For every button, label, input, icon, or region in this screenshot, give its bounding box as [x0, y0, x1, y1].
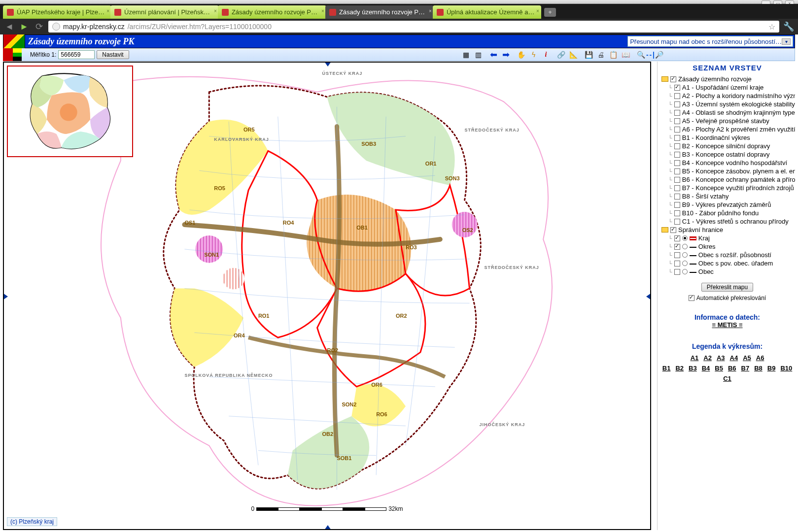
admin-checkbox[interactable]	[674, 269, 680, 275]
admin-layer-item[interactable]: └ Kraj	[668, 234, 793, 242]
tool-window2-icon[interactable]: ▥	[474, 50, 483, 59]
layer-checkbox[interactable]	[674, 135, 680, 141]
layer-item[interactable]: └B3 - Koncepce ostatní dopravy	[668, 150, 793, 159]
info-icon[interactable]: i	[542, 50, 550, 59]
layer-checkbox[interactable]	[674, 110, 680, 116]
layer-item[interactable]: └A6 - Plochy A2 k prověření změn využití	[668, 125, 793, 133]
layer-item[interactable]: └B6 - Koncepce ochrany památek a přírody	[668, 175, 793, 184]
layer-item[interactable]: └B5 - Koncepce zásobov. plynem a el. ene…	[668, 167, 793, 175]
legend-link[interactable]: B10	[780, 365, 792, 372]
admin-checkbox[interactable]	[674, 252, 680, 258]
layer-checkbox[interactable]	[674, 219, 680, 225]
legend-link[interactable]: A2	[703, 354, 712, 362]
layer-checkbox[interactable]	[674, 168, 680, 174]
admin-checkbox[interactable]	[674, 244, 680, 250]
legend-link[interactable]: B5	[715, 365, 723, 372]
layer-item[interactable]: └B10 - Zábor půdního fondu	[668, 209, 793, 217]
layer-checkbox[interactable]	[674, 160, 680, 166]
auto-redraw-checkbox[interactable]	[689, 295, 694, 301]
admin-layer-item[interactable]: └ Obec	[668, 267, 793, 276]
layer-item[interactable]: └B1 - Koordinační výkres	[668, 133, 793, 142]
legend-link[interactable]: B3	[689, 365, 697, 372]
measure-icon[interactable]: 📐	[569, 50, 578, 59]
browser-tab[interactable]: Úplná aktualizace Územně a…×	[433, 5, 541, 19]
layer-checkbox[interactable]	[674, 85, 680, 91]
legend-link[interactable]: A4	[730, 354, 738, 362]
admin-radio[interactable]	[682, 235, 688, 241]
layer-item[interactable]: └C1 - Výkres střetů s ochranou přírody	[668, 217, 793, 226]
address-bar[interactable]: mapy.kr-plzensky.cz/arcims/ZUR/viewer.ht…	[48, 21, 779, 33]
browser-menu-icon[interactable]: 🔧	[783, 21, 794, 32]
legend-link[interactable]: A3	[717, 354, 725, 362]
layer-item[interactable]: └B7 - Koncepce využití přírodních zdrojů	[668, 184, 793, 192]
layer-checkbox[interactable]	[674, 194, 680, 200]
browser-tab[interactable]: Zásady územního rozvoje P…×	[325, 5, 434, 19]
layer-checkbox[interactable]	[674, 210, 680, 216]
layer-group-zur[interactable]: Zásady územního rozvoje	[661, 75, 793, 83]
layer-checkbox[interactable]	[674, 177, 680, 183]
close-tab-icon[interactable]: ×	[429, 8, 432, 14]
layer-checkbox[interactable]	[674, 152, 680, 158]
print-icon[interactable]: 🖨	[597, 50, 605, 59]
new-tab-button[interactable]: +	[544, 8, 556, 17]
pan-hand-icon[interactable]: ✋	[517, 50, 525, 59]
scale-set-button[interactable]: Nastavit	[97, 50, 129, 59]
zoom-in-icon[interactable]: 🔎	[655, 50, 663, 59]
layer-checkbox[interactable]	[674, 202, 680, 208]
admin-radio[interactable]	[682, 269, 688, 274]
layer-item[interactable]: └A3 - Územní systém ekologické stability	[668, 100, 793, 108]
legend-link[interactable]: A1	[691, 354, 699, 362]
bookmark-star-icon[interactable]: ☆	[768, 22, 775, 32]
history-back-icon[interactable]: ⬅	[489, 50, 498, 59]
link-icon[interactable]: 🔗	[557, 50, 565, 59]
layer-item[interactable]: └B8 - Širší vztahy	[668, 192, 793, 200]
layer-item[interactable]: └B4 - Koncepce vodního hospodářství	[668, 159, 793, 167]
layer-item[interactable]: └A1 - Uspořádání území kraje	[668, 83, 793, 92]
browser-tab[interactable]: ÚAP Plzeňského kraje | Plze…×	[3, 5, 111, 19]
admin-checkbox[interactable]	[674, 261, 680, 266]
layer-group-admin-checkbox[interactable]	[670, 227, 676, 233]
identify-bolt-icon[interactable]: ϟ	[529, 50, 538, 59]
legend-link[interactable]: A6	[756, 354, 764, 362]
legend-link[interactable]: B6	[728, 365, 736, 372]
admin-checkbox[interactable]	[674, 235, 680, 241]
legend-link[interactable]: B9	[767, 365, 776, 372]
nav-back-button[interactable]: ◄	[4, 21, 15, 32]
layer-item[interactable]: └B2 - Koncepce silniční dopravy	[668, 142, 793, 150]
help-book-icon[interactable]: 📖	[622, 50, 630, 59]
admin-radio[interactable]	[682, 261, 688, 266]
layer-checkbox[interactable]	[674, 101, 680, 107]
history-forward-icon[interactable]: ➡	[502, 50, 510, 59]
close-tab-icon[interactable]: ×	[214, 8, 217, 14]
layer-item[interactable]: └A4 - Oblasti se shodným krajinným typem	[668, 108, 793, 117]
close-tab-icon[interactable]: ×	[536, 8, 539, 14]
browser-tab[interactable]: Zásady územního rozvoje P…×	[218, 5, 326, 19]
legend-link[interactable]: C1	[723, 375, 731, 382]
layer-group-admin[interactable]: Správní hranice	[661, 226, 793, 234]
legend-link[interactable]: B1	[662, 365, 671, 372]
admin-radio[interactable]	[682, 252, 688, 258]
admin-layer-item[interactable]: └ Obec s rozšíř. působností	[668, 251, 793, 259]
metis-link[interactable]: = METIS =	[712, 321, 742, 329]
layer-item[interactable]: └A2 - Plochy a koridory nadmístního význ…	[668, 92, 793, 100]
legend-link[interactable]: A5	[743, 354, 751, 362]
layer-item[interactable]: └B9 - Výkres převzatých záměrů	[668, 200, 793, 209]
save-icon[interactable]: 💾	[585, 50, 593, 59]
admin-layer-item[interactable]: └ Okres	[668, 242, 793, 251]
layer-checkbox[interactable]	[674, 143, 680, 149]
map-viewport[interactable]: ÚSTECKÝ KRAJ KARLOVARSKÝ KRAJ STŘEDOČESK…	[3, 62, 651, 530]
layer-group-zur-checkbox[interactable]	[670, 76, 676, 82]
layer-checkbox[interactable]	[674, 185, 680, 191]
layer-checkbox[interactable]	[674, 118, 680, 124]
layer-item[interactable]: └A5 - Veřejně prospěšné stavby	[668, 117, 793, 125]
admin-layer-item[interactable]: └ Obec s pov. obec. úřadem	[668, 259, 793, 267]
browser-tab[interactable]: Územní plánování | Plzeňsk…×	[110, 5, 219, 19]
nav-forward-button[interactable]: ►	[19, 21, 30, 32]
jump-to-municipality-select[interactable]: Přesunout mapu nad obec s rozšířenou půs…	[627, 36, 793, 47]
close-tab-icon[interactable]: ×	[321, 8, 324, 14]
redraw-map-button[interactable]: Překreslit mapu	[701, 283, 753, 292]
legend-link[interactable]: B2	[675, 365, 684, 372]
legend-link[interactable]: B7	[741, 365, 750, 372]
tool-window1-icon[interactable]: ▦	[462, 50, 470, 59]
close-tab-icon[interactable]: ×	[106, 8, 109, 14]
